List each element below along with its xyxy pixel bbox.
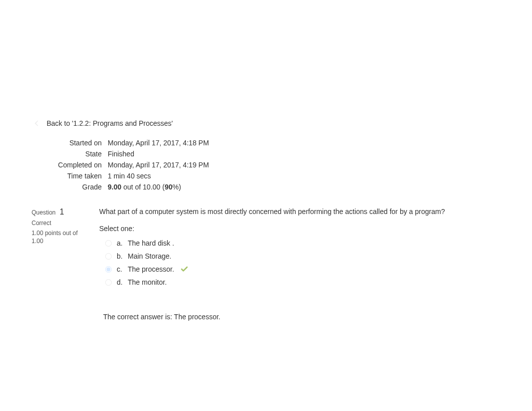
grade-label: Grade	[28, 181, 108, 192]
option-c-radio[interactable]	[105, 266, 112, 273]
grade-value: 9.00 out of 10.00 (90%)	[108, 181, 504, 192]
question-points: 1.00 points out of 1.00	[32, 230, 81, 245]
question-text: What part of a computer system is most d…	[99, 208, 500, 216]
option-a-letter: a.	[117, 239, 124, 247]
state-label: State	[28, 148, 108, 159]
time-taken-label: Time taken	[28, 170, 108, 181]
feedback-block: The correct answer is: The processor.	[99, 308, 500, 326]
option-b-text: Main Storage.	[128, 252, 171, 260]
option-b-radio[interactable]	[105, 253, 112, 260]
option-d-radio[interactable]	[105, 279, 112, 286]
grade-out-of: out of 10.00 (	[121, 183, 164, 191]
option-a-text: The hard disk .	[128, 239, 174, 247]
back-link[interactable]: Back to '1.2.2: Programs and Processes'	[28, 115, 504, 131]
back-link-text: Back to '1.2.2: Programs and Processes'	[47, 119, 173, 127]
grade-percent: 90	[165, 183, 173, 191]
started-on-label: Started on	[28, 137, 108, 148]
question-content: What part of a computer system is most d…	[95, 202, 504, 331]
completed-on-value: Monday, April 17, 2017, 4:19 PM	[108, 159, 504, 170]
option-a-radio[interactable]	[105, 240, 112, 247]
question-label: Question	[32, 209, 56, 216]
question-info-panel: Question 1 Correct 1.00 points out of 1.…	[28, 202, 85, 331]
option-d-letter: d.	[117, 278, 124, 286]
correct-check-icon	[180, 265, 188, 273]
state-value: Finished	[108, 148, 504, 159]
question-block: Question 1 Correct 1.00 points out of 1.…	[28, 202, 504, 331]
summary-row-time: Time taken 1 min 40 secs	[28, 170, 504, 181]
options-list: a. The hard disk . b. Main Storage. c. T…	[99, 237, 500, 289]
summary-row-state: State Finished	[28, 148, 504, 159]
arrow-left-icon	[32, 118, 42, 128]
question-status: Correct	[32, 220, 81, 227]
select-one-label: Select one:	[99, 225, 500, 233]
grade-score: 9.00	[108, 183, 121, 191]
time-taken-value: 1 min 40 secs	[108, 170, 504, 181]
option-c-text: The processor.	[128, 265, 174, 273]
started-on-value: Monday, April 17, 2017, 4:18 PM	[108, 137, 504, 148]
summary-row-completed: Completed on Monday, April 17, 2017, 4:1…	[28, 159, 504, 170]
option-a: a. The hard disk .	[105, 237, 500, 250]
option-d-text: The monitor.	[128, 278, 167, 286]
summary-row-grade: Grade 9.00 out of 10.00 (90%)	[28, 181, 504, 192]
completed-on-label: Completed on	[28, 159, 108, 170]
option-d: d. The monitor.	[105, 276, 500, 289]
question-number: 1	[60, 208, 64, 216]
option-c-letter: c.	[117, 265, 124, 273]
feedback-text: The correct answer is: The processor.	[103, 313, 220, 321]
attempt-summary-table: Started on Monday, April 17, 2017, 4:18 …	[28, 137, 504, 192]
option-b-letter: b.	[117, 252, 124, 260]
grade-percent-suffix: %)	[172, 183, 181, 191]
option-c: c. The processor.	[105, 263, 500, 276]
question-header: Question 1	[32, 208, 81, 217]
summary-row-started: Started on Monday, April 17, 2017, 4:18 …	[28, 137, 504, 148]
option-b: b. Main Storage.	[105, 250, 500, 263]
